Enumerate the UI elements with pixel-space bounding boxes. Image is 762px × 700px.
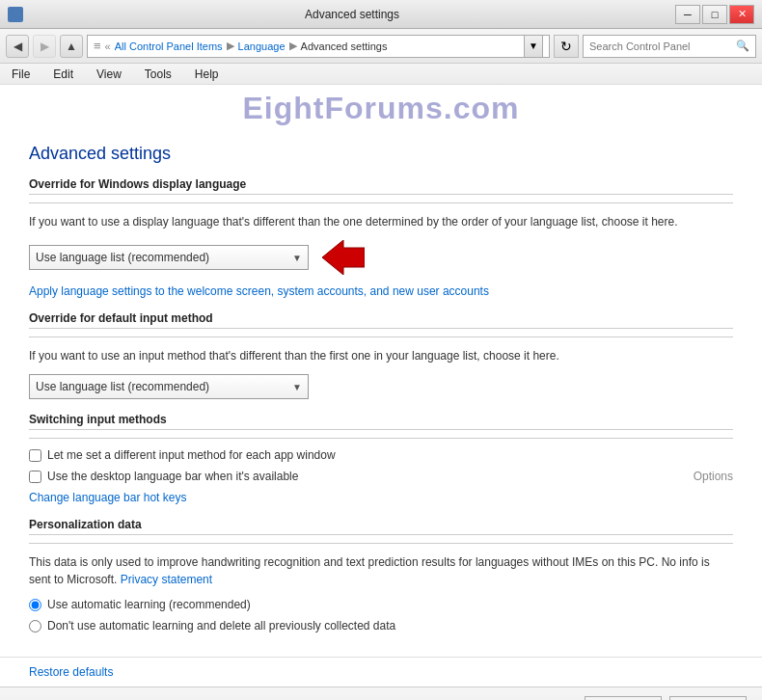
options-text: Options (694, 470, 733, 483)
breadcrumb-all-control-panel[interactable]: All Control Panel Items (115, 40, 223, 52)
menu-tools[interactable]: Tools (141, 66, 176, 83)
title-bar-buttons: ─ □ ✕ (675, 5, 754, 24)
privacy-statement-link[interactable]: Privacy statement (121, 573, 212, 586)
breadcrumb: ≡ « All Control Panel Items ▶ Language ▶… (94, 39, 524, 53)
address-dropdown-arrow[interactable]: ▼ (524, 35, 543, 58)
menu-view[interactable]: View (93, 66, 125, 83)
red-arrow (322, 240, 365, 275)
save-button[interactable]: Save (585, 696, 662, 701)
radio-automatic-learning-label: Use automatic learning (recommended) (47, 598, 251, 611)
restore-defaults-link[interactable]: Restore defaults (29, 665, 113, 679)
checkbox-language-bar-label: Use the desktop language bar when it's a… (47, 470, 298, 483)
display-language-dropdown-value: Use language list (recommended) (36, 251, 209, 264)
divider-4 (29, 543, 733, 544)
input-method-dropdown-arrow-icon: ▼ (292, 382, 302, 392)
radio-no-learning[interactable] (29, 620, 41, 633)
svg-marker-0 (322, 240, 365, 275)
display-language-section: Override for Windows display language If… (29, 177, 733, 298)
search-box[interactable]: 🔍 (583, 35, 756, 58)
change-language-bar-link[interactable]: Change language bar hot keys (29, 491, 733, 504)
window-icon (8, 7, 23, 22)
input-method-desc: If you want to use an input method that'… (29, 347, 733, 364)
refresh-button[interactable]: ↻ (554, 35, 579, 58)
title-bar: Advanced settings ─ □ ✕ (0, 0, 762, 29)
address-field: ≡ « All Control Panel Items ▶ Language ▶… (87, 35, 550, 58)
menu-file[interactable]: File (8, 66, 34, 83)
divider-1 (29, 202, 733, 203)
search-input[interactable] (589, 40, 732, 52)
display-language-header: Override for Windows display language (29, 177, 733, 195)
search-icon: 🔍 (736, 40, 749, 52)
footer: Save Cancel (0, 687, 762, 700)
checkbox-row-2: Use the desktop language bar when it's a… (29, 470, 733, 483)
cancel-button[interactable]: Cancel (669, 696, 747, 701)
menu-bar: File Edit View Tools Help (0, 64, 762, 85)
display-language-desc: If you want to use a display language th… (29, 213, 733, 230)
up-button[interactable]: ▲ (60, 35, 83, 58)
dropdown-arrow-icon: ▼ (292, 253, 302, 263)
input-method-dropdown-row: Use language list (recommended) ▼ (29, 374, 733, 399)
personalization-section: Personalization data This data is only u… (29, 518, 733, 633)
radio-row-2: Don't use automatic learning and delete … (29, 619, 733, 633)
input-method-header: Override for default input method (29, 311, 733, 329)
personalization-desc: This data is only used to improve handwr… (29, 553, 733, 588)
switching-header: Switching input methods (29, 413, 733, 430)
display-language-dropdown-row: Use language list (recommended) ▼ (29, 240, 733, 275)
window-title: Advanced settings (29, 8, 675, 21)
divider-3 (29, 438, 733, 439)
watermark: EightForums.com (0, 85, 762, 128)
divider-2 (29, 337, 733, 337)
minimize-button[interactable]: ─ (675, 5, 700, 24)
radio-row-1: Use automatic learning (recommended) (29, 598, 733, 611)
page-title: Advanced settings (29, 144, 733, 164)
checkbox-different-input-method-label: Let me set a different input method for … (47, 448, 336, 462)
checkbox-different-input-method[interactable] (29, 449, 41, 462)
maximize-button[interactable]: □ (702, 5, 727, 24)
display-language-dropdown[interactable]: Use language list (recommended) ▼ (29, 245, 309, 270)
switching-section: Switching input methods Let me set a dif… (29, 413, 733, 504)
menu-help[interactable]: Help (191, 66, 223, 83)
input-method-dropdown[interactable]: Use language list (recommended) ▼ (29, 374, 309, 399)
radio-automatic-learning[interactable] (29, 599, 41, 611)
breadcrumb-icon: ≡ (94, 39, 101, 53)
back-button[interactable]: ◀ (6, 35, 29, 58)
radio-no-learning-label: Don't use automatic learning and delete … (47, 619, 395, 633)
forward-button[interactable]: ▶ (33, 35, 56, 58)
checkbox-language-bar[interactable] (29, 471, 41, 483)
breadcrumb-current: Advanced settings (301, 40, 388, 52)
apply-language-settings-link[interactable]: Apply language settings to the welcome s… (29, 284, 733, 298)
input-method-section: Override for default input method If you… (29, 311, 733, 399)
input-method-dropdown-value: Use language list (recommended) (36, 380, 209, 393)
address-bar: ◀ ▶ ▲ ≡ « All Control Panel Items ▶ Lang… (0, 29, 762, 64)
personalization-header: Personalization data (29, 518, 733, 535)
checkbox-row-1: Let me set a different input method for … (29, 448, 733, 462)
breadcrumb-language[interactable]: Language (238, 40, 286, 52)
menu-edit[interactable]: Edit (49, 66, 77, 83)
close-button[interactable]: ✕ (729, 5, 754, 24)
main-content: Advanced settings Override for Windows d… (0, 128, 762, 657)
bottom-area: Restore defaults (0, 657, 762, 687)
